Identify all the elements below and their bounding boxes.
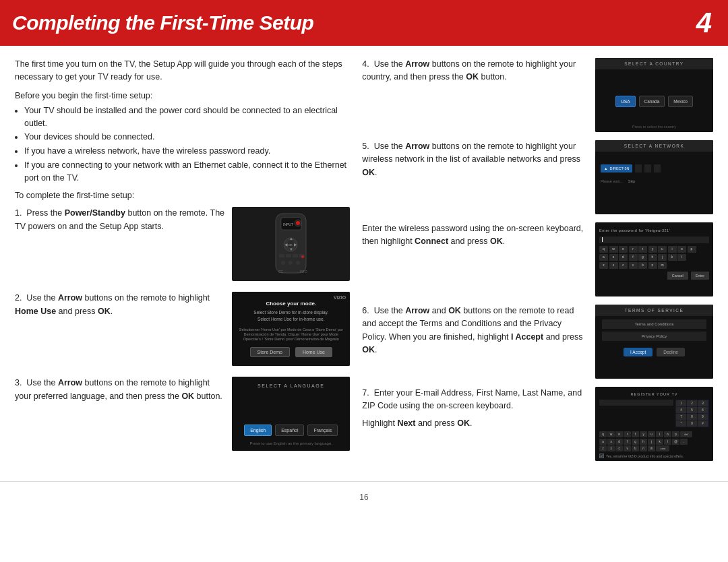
svg-text:▶: ▶ bbox=[294, 243, 297, 247]
list-item: Your TV should be installed and the powe… bbox=[24, 104, 350, 130]
kb-enter: Enter bbox=[691, 272, 709, 280]
svg-point-18 bbox=[296, 261, 300, 265]
wifi-icon: ▲ bbox=[604, 166, 607, 170]
step-5-text: 5. Use the Arrow buttons on the remote t… bbox=[362, 140, 587, 179]
svg-point-16 bbox=[281, 261, 285, 265]
step-1-content: 1. Press the Power/Standby button on the… bbox=[15, 207, 350, 281]
reg-input-row: 1 2 3 4 5 6 7 8 bbox=[599, 400, 709, 427]
step-7-image: REGISTER YOUR TV 1 2 3 4 5 bbox=[595, 387, 713, 461]
network-list: ▲ DIRECT-5N bbox=[601, 164, 661, 173]
before-label: Before you begin the first-time setup: bbox=[15, 91, 350, 100]
step-4-text: 4. Use the Arrow buttons on the remote t… bbox=[362, 58, 587, 84]
step-5: 5. Use the Arrow buttons on the remote t… bbox=[362, 140, 713, 214]
page-footer: 16 bbox=[0, 487, 728, 511]
step-6-image: TERMS OF SERVICE Terms and Conditions Pr… bbox=[595, 305, 713, 379]
mode-sub1: Select Store Demo for in-store display. … bbox=[253, 309, 328, 321]
reg-email-input bbox=[599, 400, 673, 406]
page-num: 16 bbox=[359, 493, 368, 502]
list-item: If you have a wireless network, have the… bbox=[24, 145, 350, 158]
lang-footer: Press to use English as the primary lang… bbox=[250, 441, 332, 445]
network-footer: Please wait... Skip bbox=[601, 179, 635, 183]
country-canada: Canada bbox=[639, 96, 665, 107]
country-footer: Press to select the country bbox=[632, 125, 676, 129]
svg-text:◀: ◀ bbox=[284, 243, 288, 247]
kb-rows: qwertyuiop asdfghjkl zxcvbnm bbox=[599, 246, 709, 269]
reg-keyboard: qwertyuiopdel asdfghjkl@. zxcvbnm.com bbox=[599, 431, 709, 451]
kb-row-3: zxcvbnm bbox=[599, 262, 709, 269]
register-screen: REGISTER YOUR TV 1 2 3 4 5 bbox=[595, 387, 713, 461]
page-header: Completing the First-Time Setup 4 bbox=[0, 0, 728, 46]
step-6: 6. Use the Arrow and OK buttons on the r… bbox=[362, 305, 713, 379]
network-item-4 bbox=[654, 164, 661, 173]
step-2-text: 2. Use the Arrow buttons on the remote t… bbox=[15, 292, 225, 318]
step-5-image: SELECT A NETWORK ▲ DIRECT-5N Please wait… bbox=[595, 140, 713, 214]
keyboard-screen: Enter the password for 'Netgear321' qwer… bbox=[595, 222, 713, 296]
footer-divider bbox=[0, 481, 728, 482]
reg-checkbox: ✓ bbox=[599, 454, 604, 458]
step-1-bold: Power/Standby bbox=[65, 208, 125, 218]
kb-cancel: Cancel bbox=[667, 272, 688, 280]
password-image: Enter the password for 'Netgear321' qwer… bbox=[595, 222, 713, 296]
mode-buttons: Store Demo Home Use bbox=[250, 347, 332, 357]
country-usa: USA bbox=[615, 96, 635, 107]
list-item: If you are connecting to your network wi… bbox=[24, 159, 350, 185]
step-1-text: 1. Press the Power/Standby button on the… bbox=[15, 207, 225, 233]
step-7: 7. Enter your E-mail Address, First Name… bbox=[362, 387, 713, 461]
network-item-3 bbox=[644, 164, 651, 173]
network-wait: Please wait... bbox=[601, 179, 623, 183]
reg-kb-row-3: zxcvbnm.com bbox=[599, 445, 709, 451]
kb-cursor bbox=[602, 237, 603, 242]
step-2: 2. Use the Arrow buttons on the remote t… bbox=[15, 292, 350, 366]
left-column: The first time you turn on the TV, the S… bbox=[15, 58, 350, 469]
step-4: 4. Use the Arrow buttons on the remote t… bbox=[362, 58, 713, 132]
kb-input-field bbox=[599, 237, 709, 243]
kb-row-2: asdfghjkl bbox=[599, 254, 709, 261]
svg-text:INPUT: INPUT bbox=[283, 222, 293, 226]
network-screen: SELECT A NETWORK ▲ DIRECT-5N Please wait… bbox=[595, 140, 713, 214]
kb-row-1: qwertyuiop bbox=[599, 246, 709, 253]
svg-rect-12 bbox=[279, 254, 284, 257]
language-screen: SELECT A LANGUAGE English Español França… bbox=[232, 377, 350, 451]
complete-label: To complete the first-time setup: bbox=[15, 191, 350, 200]
step-1-num: 1. Press the bbox=[15, 208, 65, 218]
country-screen: SELECT A COUNTRY USA Canada Mexico Press… bbox=[595, 58, 713, 132]
network-item-2 bbox=[635, 164, 642, 173]
terms-conditions: Terms and Conditions bbox=[602, 319, 706, 329]
reg-header: REGISTER YOUR TV bbox=[599, 392, 709, 396]
mode-title: Choose your mode. bbox=[266, 301, 316, 307]
kb-actions: Cancel Enter bbox=[599, 272, 709, 280]
country-buttons: USA Canada Mexico bbox=[615, 96, 693, 107]
network-header: SELECT A NETWORK bbox=[595, 140, 713, 152]
svg-text:CC: CC bbox=[278, 270, 284, 274]
password-text: Enter the wireless password using the on… bbox=[362, 222, 587, 296]
step-1: 1. Press the Power/Standby button on the… bbox=[15, 207, 350, 281]
lang-english: English bbox=[244, 425, 272, 436]
step-1-image: INPUT ▲ ▼ ◀ ▶ OK bbox=[232, 207, 350, 281]
page-title: Completing the First-Time Setup bbox=[12, 11, 313, 34]
page-number: 4 bbox=[696, 7, 712, 39]
step-3-image: SELECT A LANGUAGE English Español França… bbox=[232, 377, 350, 451]
reg-kb-row-1: qwertyuiopdel bbox=[599, 431, 709, 437]
lang-espanol: Español bbox=[275, 425, 304, 436]
password-step: Enter the wireless password using the on… bbox=[362, 222, 713, 296]
terms-decline-btn: Decline bbox=[657, 348, 685, 356]
svg-text:▼: ▼ bbox=[289, 247, 293, 251]
step-2-content: 2. Use the Arrow buttons on the remote t… bbox=[15, 292, 350, 366]
terms-privacy: Privacy Policy bbox=[602, 332, 706, 341]
svg-rect-13 bbox=[286, 254, 291, 257]
step-6-text: 6. Use the Arrow and OK buttons on the r… bbox=[362, 305, 587, 357]
reg-checkbox-label: Yes, email me VIZIO product info and spe… bbox=[606, 454, 709, 458]
remote-svg: INPUT ▲ ▼ ◀ ▶ OK bbox=[269, 212, 313, 276]
svg-point-20 bbox=[301, 255, 304, 258]
lang-francais: Français bbox=[307, 425, 338, 436]
country-mexico: Mexico bbox=[668, 96, 693, 107]
reg-numpad: 1 2 3 4 5 6 7 8 bbox=[675, 400, 709, 427]
svg-rect-14 bbox=[293, 254, 298, 257]
svg-text:▲: ▲ bbox=[289, 237, 293, 241]
mode-sub2: Selectionner 'Home Use' por Mode de Casa… bbox=[237, 327, 344, 342]
reg-checkbox-row: ✓ Yes, email me VIZIO product info and s… bbox=[599, 454, 709, 458]
mode-screen: VIZIO Choose your mode. Select Store Dem… bbox=[232, 292, 350, 366]
main-content: The first time you turn on the TV, the S… bbox=[0, 46, 728, 476]
step-3-content: 3. Use the Arrow buttons on the remote t… bbox=[15, 377, 350, 451]
prerequisites-list: Your TV should be installed and the powe… bbox=[24, 104, 350, 185]
